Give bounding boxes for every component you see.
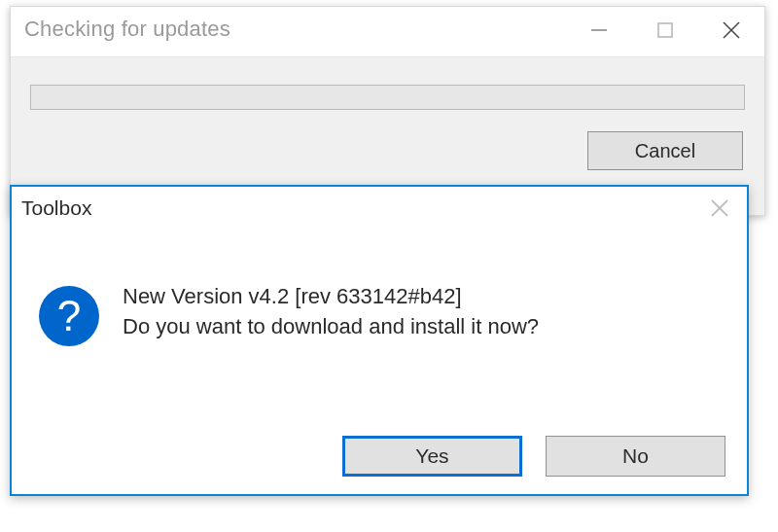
toolbox-titlebar: Toolbox xyxy=(12,187,747,230)
close-button[interactable] xyxy=(698,11,764,50)
window-controls xyxy=(566,7,764,50)
minimize-button[interactable] xyxy=(566,11,632,50)
progress-area xyxy=(11,57,764,110)
progress-bar xyxy=(30,85,745,110)
question-icon: ? xyxy=(39,286,99,346)
yes-button[interactable]: Yes xyxy=(342,436,522,477)
cancel-row: Cancel xyxy=(11,110,764,170)
svg-rect-1 xyxy=(658,23,672,37)
message-line-1: New Version v4.2 [rev 633142#b42] xyxy=(123,282,539,312)
message-line-2: Do you want to download and install it n… xyxy=(123,312,539,342)
toolbox-body: ? New Version v4.2 [rev 633142#b42] Do y… xyxy=(12,230,747,346)
close-button[interactable] xyxy=(692,187,747,230)
cancel-button[interactable]: Cancel xyxy=(587,131,743,170)
toolbox-title: Toolbox xyxy=(12,196,692,220)
question-mark-glyph: ? xyxy=(57,295,81,337)
update-check-titlebar: Checking for updates xyxy=(11,7,764,57)
toolbox-message: New Version v4.2 [rev 633142#b42] Do you… xyxy=(99,282,539,342)
update-check-title: Checking for updates xyxy=(11,7,566,42)
toolbox-dialog: Toolbox ? New Version v4.2 [rev 633142#b… xyxy=(10,185,749,496)
no-button[interactable]: No xyxy=(546,436,725,477)
toolbox-buttons: Yes No xyxy=(342,436,725,477)
maximize-button[interactable] xyxy=(632,11,698,50)
